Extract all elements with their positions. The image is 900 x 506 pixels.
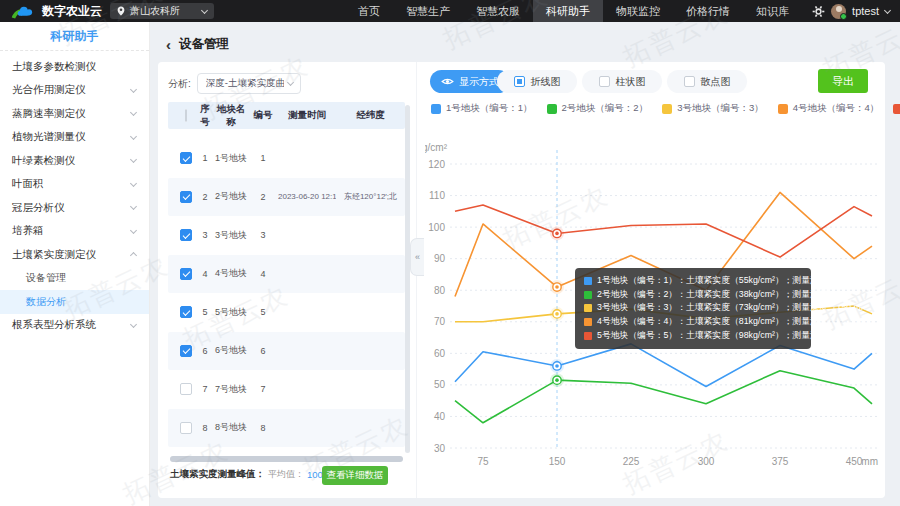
display-mode-label: 显示方式 [459, 75, 499, 89]
chart-type-options: 折线图柱状图散点图 [497, 70, 747, 93]
row-checkbox[interactable] [180, 306, 192, 318]
sidebar-item[interactable]: 叶面积 [0, 173, 149, 197]
table-row[interactable]: 33号地块3 [168, 216, 405, 255]
sidebar-item[interactable]: 蒸腾速率测定仪 [0, 102, 149, 126]
chart-type-option[interactable]: 柱状图 [582, 70, 662, 93]
legend-item[interactable]: 4号地块（编号：4） [778, 102, 880, 115]
tooltip-text: 1号地块（编号：1）：土壤紧实度（55kg/cm²）；测量深度（150 mm） [597, 275, 877, 287]
sidebar-title: 科研助手 [0, 22, 149, 51]
legend-label: 3号地块（编号：3） [677, 102, 764, 115]
sidebar-item-label: 土壤紧实度测定仪 [12, 248, 96, 262]
nav-item-link[interactable]: 物联监控 [603, 0, 673, 22]
legend-item[interactable]: 2号地块（编号：2） [547, 102, 649, 115]
location-selector[interactable]: 萧山农科所 [110, 3, 214, 19]
sidebar-item-label: 培养箱 [12, 224, 44, 238]
table-row[interactable]: 66号地块6 [168, 332, 405, 371]
gear-icon[interactable] [812, 5, 825, 18]
table-row[interactable]: 22号地块22023-06-20 12:12:14东经120°12′;北 [168, 178, 405, 217]
cell-code: 7 [248, 384, 278, 394]
cell-index: 5 [196, 307, 214, 317]
row-checkbox[interactable] [180, 152, 192, 164]
table-row[interactable]: 55号地块5 [168, 293, 405, 332]
cell-checkbox [176, 152, 196, 164]
svg-text:225: 225 [623, 456, 640, 467]
sidebar-item[interactable]: 光合作用测定仪 [0, 79, 149, 103]
row-checkbox[interactable] [180, 422, 192, 434]
cell-name: 4号地块 [214, 267, 248, 280]
sidebar-item[interactable]: 根系表型分析系统 [0, 314, 149, 338]
sidebar-item[interactable]: 叶绿素检测仪 [0, 149, 149, 173]
sidebar-subitem[interactable]: 设备管理 [0, 267, 149, 291]
sidebar-menu: 土壤多参数检测仪光合作用测定仪蒸腾速率测定仪植物光谱测量仪叶绿素检测仪叶面积冠层… [0, 55, 149, 337]
sidebar-item[interactable]: 培养箱 [0, 220, 149, 244]
back-button[interactable]: ‹ [166, 38, 171, 52]
tooltip-row: 3号地块（编号：3）：土壤紧实度（73kg/cm²）；测量深度（150 mm） [584, 302, 802, 316]
nav-item-link[interactable]: 价格行情 [673, 0, 743, 22]
select-all-checkbox[interactable] [185, 109, 187, 122]
cell-code: 4 [248, 269, 278, 279]
cell-index: 1 [196, 153, 214, 163]
tooltip-swatch [584, 304, 592, 312]
legend-swatch [662, 104, 672, 114]
cell-checkbox [176, 191, 196, 203]
nav-item-link[interactable]: 知识库 [743, 0, 802, 22]
view-detail-button[interactable]: 查看详细数据 [322, 466, 388, 485]
sidebar-subitem[interactable]: 数据分析 [0, 290, 149, 314]
table-row[interactable]: 88号地块8 [168, 409, 405, 448]
row-checkbox[interactable] [180, 268, 192, 280]
nav-item-link[interactable]: 智慧生产 [393, 0, 463, 22]
checkbox-checked-icon[interactable] [514, 76, 525, 87]
collapse-panel-button[interactable]: « [410, 238, 424, 276]
row-checkbox[interactable] [180, 191, 192, 203]
legend-swatch [431, 104, 441, 114]
cell-index: 6 [196, 346, 214, 356]
cell-coords: 东经120°12′;北 [336, 191, 405, 202]
sidebar-item[interactable]: 植物光谱测量仪 [0, 126, 149, 150]
chevron-down-icon [130, 86, 137, 93]
chart-type-label: 折线图 [531, 75, 561, 89]
row-checkbox[interactable] [180, 345, 192, 357]
legend-item[interactable]: 5号地块（编号：5） [893, 102, 900, 115]
cell-checkbox [176, 306, 196, 318]
legend-item[interactable]: 1号地块（编号：1） [431, 102, 533, 115]
sidebar-item-label: 叶绿素检测仪 [12, 154, 75, 168]
sidebar-item[interactable]: 土壤紧实度测定仪 [0, 243, 149, 267]
table-row[interactable]: 44号地块4 [168, 255, 405, 294]
chevron-down-icon [287, 79, 294, 86]
row-checkbox[interactable] [180, 229, 192, 241]
user-menu-chevron-icon[interactable] [884, 6, 891, 13]
username[interactable]: tptest [852, 5, 879, 17]
tooltip-text: 3号地块（编号：3）：土壤紧实度（73kg/cm²）；测量深度（150 mm） [597, 302, 877, 314]
legend-item[interactable]: 3号地块（编号：3） [662, 102, 764, 115]
checkbox-icon[interactable] [684, 76, 695, 87]
tooltip-row: 5号地块（编号：5）：土壤紧实度（98kg/cm²）；测量深度（150 mm） [584, 329, 802, 343]
chart-type-option[interactable]: 散点图 [667, 70, 747, 93]
tooltip-row: 2号地块（编号：2）：土壤紧实度（38kg/cm²）；测量深度（150 mm） [584, 288, 802, 302]
analysis-select[interactable]: 深度-土壤紧实度曲线 [197, 73, 301, 94]
col-time: 测量时间 [278, 109, 336, 122]
export-button[interactable]: 导出 [818, 69, 868, 93]
cell-checkbox [176, 422, 196, 434]
vertical-scrollbar[interactable] [405, 105, 410, 453]
nav-item-link[interactable]: 智慧农服 [463, 0, 533, 22]
location-value: 萧山农科所 [130, 4, 197, 18]
table-row[interactable]: 77号地块7 [168, 370, 405, 409]
avatar[interactable] [831, 4, 846, 19]
chart-type-label: 柱状图 [616, 75, 646, 89]
checkbox-icon[interactable] [599, 76, 610, 87]
horizontal-scrollbar[interactable] [170, 456, 403, 462]
cell-index: 2 [196, 192, 214, 202]
svg-text:50: 50 [434, 379, 446, 390]
analysis-select-value: 深度-土壤紧实度曲线 [206, 77, 284, 90]
nav-item-link[interactable]: 首页 [345, 0, 393, 22]
legend-swatch [547, 104, 557, 114]
sidebar-item[interactable]: 土壤多参数检测仪 [0, 55, 149, 79]
cell-time: 2023-06-20 12:12:14 [278, 192, 336, 201]
legend-swatch [778, 104, 788, 114]
page-title: 设备管理 [179, 36, 229, 53]
table-row[interactable]: 11号地块1 [168, 139, 405, 178]
nav-item-active[interactable]: 科研助手 [533, 0, 603, 22]
sidebar-item[interactable]: 冠层分析仪 [0, 196, 149, 220]
row-checkbox[interactable] [180, 383, 192, 395]
chart-type-option[interactable]: 折线图 [497, 70, 577, 93]
